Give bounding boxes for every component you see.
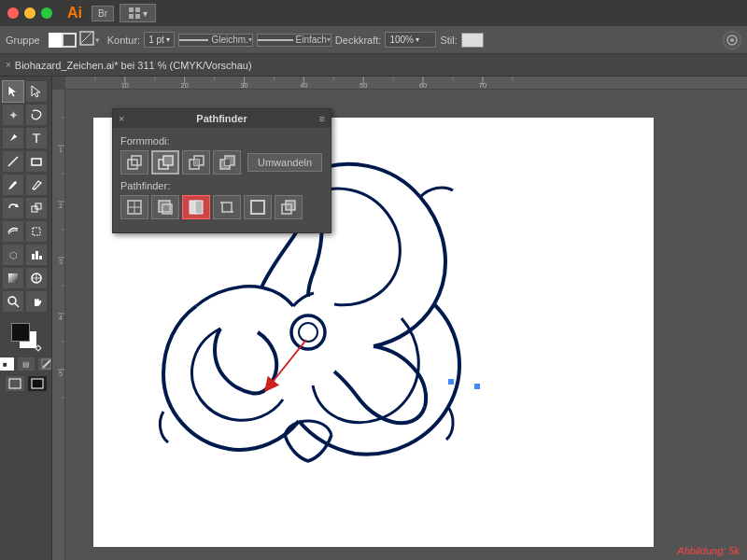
svg-rect-12 (32, 159, 41, 165)
none-color-btn[interactable] (37, 357, 53, 371)
direct-selection-tool[interactable] (25, 80, 48, 103)
svg-line-5 (80, 32, 92, 44)
fullscreen-btn[interactable] (27, 375, 48, 392)
formmodi-intersect-btn[interactable] (182, 150, 210, 175)
pathfinder-title: Pathfinder (196, 113, 247, 124)
pathfinder-crop-btn[interactable] (213, 195, 241, 219)
pathfinder-panel: × Pathfinder ≡ Formmodi: (112, 108, 331, 233)
lasso-tool[interactable] (25, 104, 48, 126)
svg-rect-96 (251, 201, 264, 214)
svg-rect-30 (32, 379, 43, 388)
intersect-icon (188, 154, 204, 171)
tool-row-10 (2, 290, 49, 313)
merge-icon (188, 199, 204, 216)
trim-icon (157, 199, 174, 216)
pathfinder-titlebar[interactable]: × Pathfinder ≡ (113, 109, 331, 128)
pathfinder-minus-back-btn[interactable] (275, 195, 303, 219)
settings-button[interactable] (723, 31, 741, 49)
svg-text:10: 10 (121, 81, 129, 90)
free-transform-tool[interactable] (25, 220, 48, 243)
pathfinder-merge-btn[interactable] (182, 195, 210, 219)
formmodi-label: Formmodi: (120, 135, 323, 147)
hand-tool[interactable] (25, 290, 48, 313)
tool-row-9 (2, 267, 49, 289)
close-button[interactable] (7, 7, 19, 19)
maximize-button[interactable] (41, 7, 52, 19)
stroke-style2-dropdown[interactable]: Einfach ▾ (257, 34, 331, 47)
file-icon[interactable]: Br (92, 6, 114, 21)
deckkraft-label: Deckkraft: (335, 35, 382, 46)
formmodi-minus-front-btn[interactable] (151, 150, 179, 175)
rotate-tool[interactable] (2, 197, 24, 219)
minus-back-icon (280, 199, 297, 216)
vertical-ruler-ticks: 1 2 3 4 5 (52, 90, 65, 556)
mesh-icon (30, 272, 43, 285)
svg-rect-82 (194, 160, 199, 165)
svg-text:40: 40 (300, 81, 307, 90)
graph-tool[interactable] (25, 244, 48, 266)
fill-stroke-stack[interactable] (9, 321, 43, 353)
warp-tool[interactable] (2, 220, 24, 243)
pencil-tool[interactable] (25, 174, 48, 196)
deckkraft-dropdown[interactable]: 100% ▾ (385, 32, 436, 48)
pathfinder-menu-button[interactable]: ≡ (319, 113, 325, 124)
rectangle-tool[interactable] (25, 150, 48, 173)
line-icon (7, 155, 20, 168)
svg-rect-21 (8, 273, 18, 283)
minimize-button[interactable] (24, 7, 35, 19)
pathfinder-body: Formmodi: (113, 128, 331, 232)
dropdown-arrow-icon: ▾ (166, 35, 170, 44)
canvas-with-ruler: 10 20 30 40 50 60 70 (52, 77, 747, 560)
pathfinder-divide-btn[interactable] (120, 195, 148, 219)
scale-icon (30, 202, 43, 215)
solid-color-btn[interactable]: ■ (0, 357, 15, 371)
swatch-icon (79, 31, 94, 48)
line-tool[interactable] (2, 150, 24, 173)
magic-wand-tool[interactable]: ✦ (2, 104, 24, 126)
zoom-tool[interactable] (2, 290, 24, 313)
tool-row-8: ⬡ (2, 244, 49, 266)
svg-point-25 (8, 297, 16, 304)
gradient-icon (7, 272, 20, 285)
swatch-dropdown-arrow[interactable]: ▾ (95, 35, 100, 45)
arrow-icon (7, 85, 20, 98)
pen-tool[interactable] (2, 127, 24, 149)
kontur-value-dropdown[interactable]: 1 pt ▾ (144, 32, 175, 48)
main-area: ✦ T (0, 77, 747, 560)
stroke-style1-dropdown[interactable]: Gleichm. ▾ (178, 34, 253, 47)
stil-swatch[interactable] (461, 33, 484, 48)
selection-tool[interactable] (2, 80, 24, 103)
pathfinder-close-button[interactable]: × (119, 113, 124, 124)
tool-row-3: T (2, 127, 49, 149)
formmodi-unite-btn[interactable] (120, 150, 148, 175)
pathfinder-row (120, 195, 323, 219)
svg-text:4: 4 (59, 315, 63, 321)
umwandeln-button[interactable]: Umwandeln (247, 153, 322, 172)
gradient-tool[interactable] (2, 267, 24, 289)
svg-rect-93 (222, 203, 232, 212)
pathfinder-outline-btn[interactable] (244, 195, 272, 219)
svg-rect-1 (135, 7, 140, 12)
unite-icon (126, 154, 143, 171)
outline-icon (249, 199, 266, 216)
view-button[interactable]: ▾ (120, 4, 156, 22)
swatch-dropdown[interactable] (79, 31, 94, 49)
paintbrush-tool[interactable] (2, 174, 24, 196)
scale-tool[interactable] (25, 197, 48, 219)
stroke-swatch[interactable] (62, 33, 77, 48)
tab-title[interactable]: Biohazard_Zeichen.ai* bei 311 % (CMYK/Vo… (15, 60, 252, 71)
normal-view-btn[interactable] (5, 375, 25, 392)
symbol-tool[interactable]: ⬡ (2, 244, 24, 266)
gradient-color-btn[interactable]: ▤ (17, 357, 35, 371)
settings-icon (726, 34, 739, 47)
tool-row-4 (2, 150, 49, 173)
canvas-area[interactable]: × Pathfinder ≡ Formmodi: (65, 90, 747, 560)
mesh-tool[interactable] (25, 267, 48, 289)
formmodi-exclude-btn[interactable] (213, 150, 241, 175)
svg-rect-2 (129, 14, 134, 19)
svg-text:20: 20 (181, 81, 189, 90)
pathfinder-trim-btn[interactable] (151, 195, 179, 219)
type-tool[interactable]: T (25, 127, 48, 149)
tab-close-button[interactable]: × (6, 60, 11, 70)
rotate-icon (7, 202, 20, 215)
